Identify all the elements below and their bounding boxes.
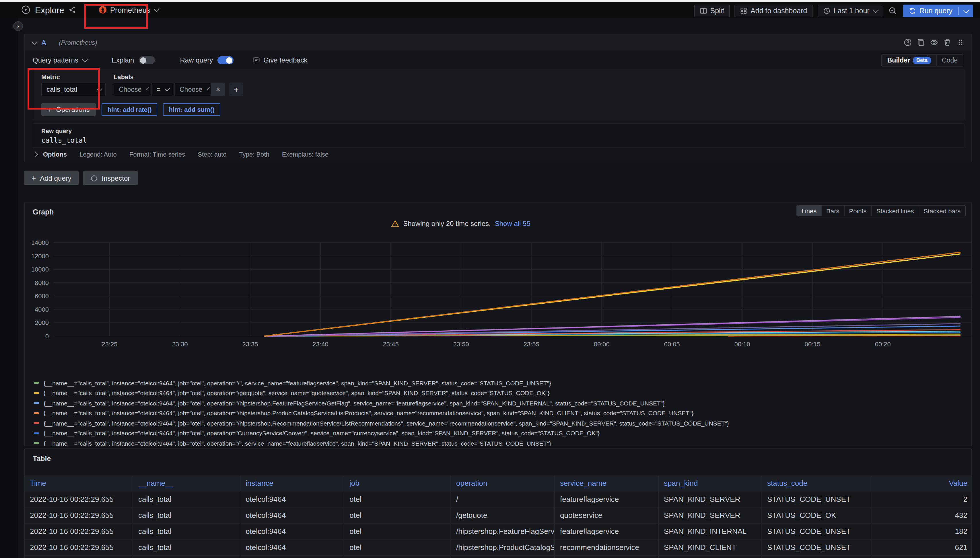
comment-icon [253,57,260,64]
legend-label: {__name__="calls_total", instance="otelc… [44,400,665,407]
table-column-header[interactable]: instance [240,476,344,491]
code-tab[interactable]: Code [937,55,963,66]
table-column-header[interactable]: span_kind [659,476,762,491]
table-cell: 2022-10-16 00:22:29.655 [25,524,133,540]
svg-text:23:55: 23:55 [524,341,539,348]
metric-select[interactable]: calls_total [41,82,105,96]
options-expander[interactable]: Options [34,151,67,158]
remove-label-filter-button[interactable]: × [211,82,225,96]
time-series-chart[interactable]: 0200040006000800010000120001400023:2523:… [25,235,972,356]
zoom-out-button[interactable] [887,5,899,17]
graph-mode-bars[interactable]: Bars [822,206,844,216]
legend-item[interactable]: {__name__="calls_total", instance="otelc… [34,418,967,428]
graph-mode-stacked-lines[interactable]: Stacked lines [872,206,919,216]
query-help-icon[interactable] [904,38,912,46]
chevron-right-icon [33,152,38,157]
label-operator-select[interactable]: = [151,82,173,96]
option-summary-item: Exemplars: false [282,151,329,158]
table-cell: calls_total [133,524,240,540]
time-range-label: Last 1 hour [834,7,870,15]
datasource-name: Prometheus [110,5,150,14]
svg-text:10000: 10000 [31,266,49,273]
add-to-dashboard-button[interactable]: Add to dashboard [735,5,813,17]
query-patterns-label: Query patterns [33,56,78,64]
clock-icon [823,7,830,14]
table-column-header[interactable]: __name__ [133,476,240,491]
table-row: 2022-10-16 00:22:29.655calls_totalotelco… [25,507,972,524]
graph-mode-lines[interactable]: Lines [797,206,822,216]
sidebar-expand-button[interactable]: › [13,21,23,31]
plus-icon: + [48,105,52,114]
table-column-header[interactable]: job [344,476,451,491]
add-label-filter-button[interactable]: + [230,82,243,96]
table-column-header[interactable]: Value [872,476,972,491]
graph-mode-stacked-bars[interactable]: Stacked bars [919,206,965,216]
query-patterns-dropdown[interactable]: Query patterns [33,56,86,64]
table-cell: quoteservice [555,507,659,524]
inspector-button[interactable]: Inspector [84,171,138,185]
table-row: 2022-10-16 00:22:29.655calls_totalotelco… [25,540,972,556]
chevron-down-icon [873,7,879,13]
svg-text:23:35: 23:35 [242,341,258,348]
table-cell: / [451,491,555,507]
label-operator-value: = [157,85,161,94]
give-feedback-button[interactable]: Give feedback [253,56,307,64]
share-alt-icon[interactable] [69,6,76,13]
builder-code-switch: Builder Beta Code [881,54,964,66]
table-cell: calls_total [133,556,240,558]
beta-badge: Beta [913,56,931,64]
query-row-header[interactable]: A (Prometheus) [25,34,972,51]
label-value-select[interactable]: Choose [174,82,211,96]
show-all-series-link[interactable]: Show all 55 [495,220,531,228]
table-cell: otelcol:9464 [240,507,344,524]
legend-item[interactable]: {__name__="calls_total", instance="otelc… [34,428,967,438]
split-button[interactable]: Split [694,5,730,17]
table-cell: calls_total [133,507,240,524]
operations-label: Operations [56,105,89,113]
delete-query-trash-icon[interactable] [943,38,951,46]
legend-item[interactable]: {__name__="calls_total", instance="otelc… [34,408,967,418]
disable-query-eye-icon[interactable] [930,38,938,46]
left-sidebar [0,18,18,558]
datasource-picker[interactable]: Prometheus [94,4,163,16]
legend-swatch-icon [34,432,39,434]
options-summary: Legend: AutoFormat: Time seriesStep: aut… [79,151,329,158]
builder-tab[interactable]: Builder Beta [882,55,936,66]
legend-swatch-icon [34,382,39,384]
legend-item[interactable]: {__name__="calls_total", instance="otelc… [34,438,967,446]
explain-toggle[interactable] [138,56,155,64]
raw-query-toggle[interactable] [217,56,233,64]
table-column-header[interactable]: service_name [555,476,659,491]
duplicate-query-icon[interactable] [917,38,925,46]
query-hint-button[interactable]: hint: add rate() [102,103,158,116]
table-cell: featureflagservice [555,491,659,507]
table-column-header[interactable]: Time [25,476,133,491]
warning-triangle-icon [391,220,399,228]
add-query-button[interactable]: + Add query [24,171,79,185]
table-cell: 182 [872,524,972,540]
time-range-picker[interactable]: Last 1 hour [817,5,883,17]
legend-item[interactable]: {__name__="calls_total", instance="otelc… [34,398,967,408]
label-value-placeholder: Choose [179,86,202,93]
table-column-header[interactable]: status_code [762,476,872,491]
legend-item[interactable]: {__name__="calls_total", instance="otelc… [34,388,967,398]
graph-mode-points[interactable]: Points [845,206,872,216]
legend-item[interactable]: {__name__="calls_total", instance="otelc… [34,378,967,388]
table-cell: featureflagservice [555,524,659,540]
chevron-down-icon [206,87,209,90]
info-circle-icon [91,175,98,182]
query-hint-button[interactable]: hint: add sum() [163,103,220,116]
label-key-select[interactable]: Choose [113,82,150,96]
operations-button[interactable]: + Operations [41,103,96,116]
collapse-chevron-icon[interactable] [31,39,37,44]
query-toolbar: Query patterns Explain Raw query Give fe… [33,54,964,67]
option-summary-item: Legend: Auto [79,151,117,158]
top-navbar: Explore Prometheus Split [0,2,980,18]
drag-handle-icon[interactable] [957,38,965,46]
legend-swatch-icon [34,412,39,414]
legend-label: {__name__="calls_total", instance="otelc… [44,390,549,397]
svg-text:00:20: 00:20 [875,341,891,348]
table-column-header[interactable]: operation [451,476,555,491]
run-query-button[interactable]: Run query [903,5,973,17]
table-cell: otel [344,540,451,556]
